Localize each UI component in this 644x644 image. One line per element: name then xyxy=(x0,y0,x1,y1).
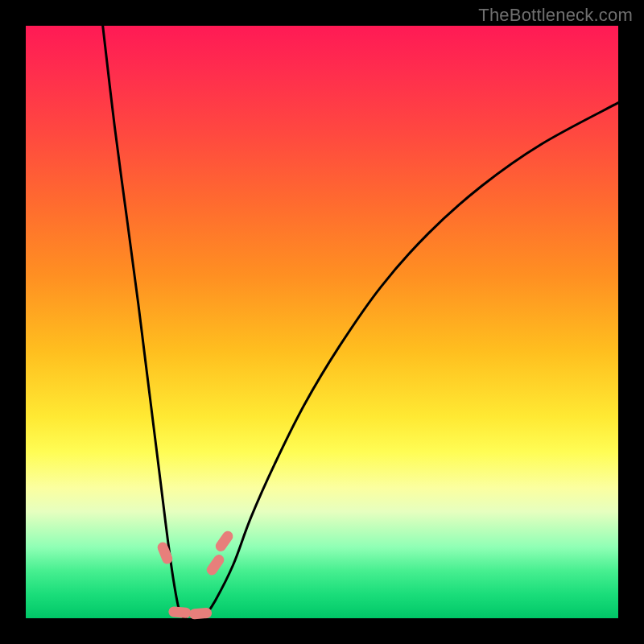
marker-right-upper xyxy=(213,529,235,553)
watermark-text: TheBottleneck.com xyxy=(478,5,633,26)
curve-right-branch xyxy=(204,103,618,618)
marker-valley-left xyxy=(168,606,192,618)
chart-svg xyxy=(26,26,618,618)
curve-left-branch xyxy=(103,26,186,618)
marker-valley-right xyxy=(189,607,213,619)
marker-right-lower xyxy=(204,553,226,577)
marker-left-upper xyxy=(156,541,175,566)
plot-area xyxy=(26,26,618,618)
chart-stage: TheBottleneck.com xyxy=(0,0,644,644)
